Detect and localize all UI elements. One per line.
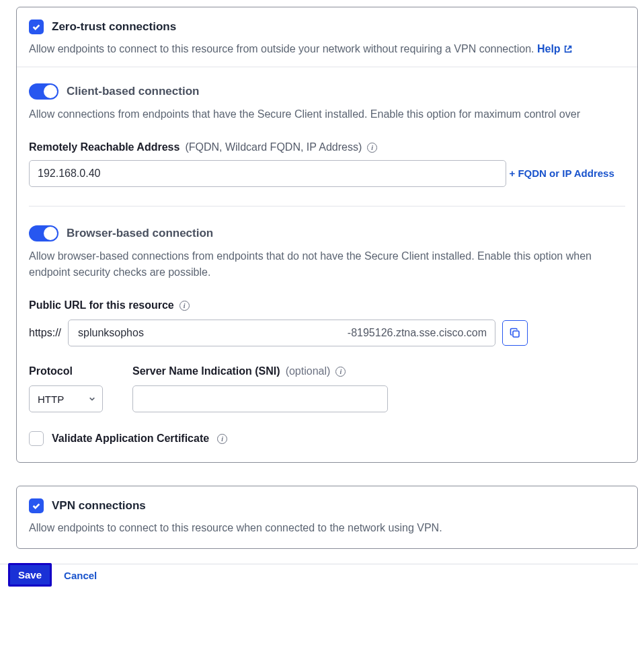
- browser-based-title: Browser-based connection: [67, 227, 213, 240]
- info-icon[interactable]: i: [180, 301, 190, 311]
- info-icon[interactable]: i: [367, 143, 377, 153]
- check-icon: [32, 501, 41, 511]
- vpn-title: VPN connections: [52, 499, 146, 513]
- info-icon[interactable]: i: [217, 434, 227, 444]
- browser-based-row: Browser-based connection: [29, 225, 625, 241]
- vpn-card: VPN connections Allow endpoints to conne…: [16, 486, 638, 549]
- protocol-label: Protocol: [29, 365, 103, 377]
- sni-input[interactable]: [132, 385, 388, 412]
- footer-bar: Save Cancel: [0, 564, 638, 587]
- add-fqdn-link[interactable]: + FQDN or IP Address: [509, 167, 614, 179]
- check-icon: [32, 22, 41, 32]
- client-based-toggle[interactable]: [29, 83, 58, 100]
- zero-trust-desc: Allow endpoints to connect to this resou…: [29, 41, 625, 57]
- zero-trust-card: Zero-trust connections Allow endpoints t…: [16, 7, 638, 463]
- client-based-title: Client-based connection: [67, 85, 199, 98]
- cancel-button[interactable]: Cancel: [60, 569, 101, 582]
- client-based-desc: Allow connections from endpoints that ha…: [29, 106, 625, 122]
- public-url-row: https:// -8195126.ztna.sse.cisco.com: [29, 320, 625, 346]
- browser-based-desc: Allow browser-based connections from end…: [29, 248, 625, 281]
- validate-cert-label: Validate Application Certificate: [52, 433, 209, 445]
- chevron-down-icon: [89, 396, 95, 402]
- public-url-suffix: -8195126.ztna.sse.cisco.com: [348, 327, 487, 339]
- vpn-checkbox[interactable]: [29, 498, 44, 513]
- help-link[interactable]: Help: [537, 41, 573, 57]
- remote-address-input[interactable]: [29, 160, 506, 187]
- sni-col: Server Name Indication (SNI) (optional) …: [132, 365, 388, 412]
- svg-rect-0: [513, 331, 519, 337]
- public-url-input-wrap: -8195126.ztna.sse.cisco.com: [68, 320, 495, 346]
- vpn-desc: Allow endpoints to connect to this resou…: [29, 520, 625, 536]
- validate-cert-checkbox[interactable]: [29, 431, 44, 446]
- zero-trust-checkbox[interactable]: [29, 20, 44, 34]
- info-icon[interactable]: i: [335, 367, 346, 377]
- sni-label: Server Name Indication (SNI) (optional) …: [132, 365, 388, 377]
- zero-trust-title: Zero-trust connections: [52, 20, 176, 34]
- browser-based-toggle[interactable]: [29, 225, 58, 241]
- external-link-icon: [563, 44, 573, 54]
- public-url-input[interactable]: [77, 326, 348, 340]
- save-button[interactable]: Save: [8, 563, 52, 587]
- copy-url-button[interactable]: [502, 320, 528, 346]
- client-based-row: Client-based connection: [29, 83, 625, 100]
- remote-address-label: Remotely Reachable Address (FQDN, Wildca…: [29, 141, 625, 153]
- validate-cert-row: Validate Application Certificate i: [29, 431, 625, 446]
- copy-icon: [510, 328, 520, 338]
- https-prefix: https://: [29, 327, 61, 339]
- public-url-label: Public URL for this resource i: [29, 299, 625, 311]
- protocol-select[interactable]: HTTP: [29, 385, 103, 412]
- protocol-col: Protocol HTTP: [29, 365, 103, 412]
